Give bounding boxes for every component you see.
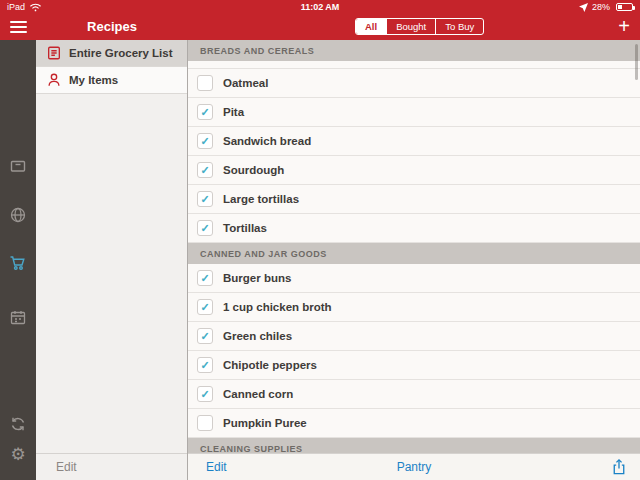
- segment-all[interactable]: All: [356, 19, 386, 34]
- item-label: 1 cup chicken broth: [223, 301, 332, 313]
- app-window: iPad 11:02 AM 28% Recipes AllBoughtTo Bu…: [0, 0, 640, 480]
- item-checkbox[interactable]: ✓: [197, 299, 213, 315]
- item-checkbox[interactable]: ✓: [197, 220, 213, 236]
- list-item[interactable]: ✓Burger buns: [188, 264, 640, 293]
- person-icon: [46, 72, 62, 88]
- item-checkbox[interactable]: [197, 415, 213, 431]
- section-header: BREADS AND CEREALS: [188, 40, 640, 61]
- globe-icon[interactable]: [9, 206, 27, 224]
- item-checkbox[interactable]: ✓: [197, 357, 213, 373]
- location-arrow-icon: [579, 3, 588, 12]
- battery-percent: 28%: [592, 2, 610, 12]
- scrollbar-thumb[interactable]: [635, 44, 638, 80]
- list-item[interactable]: ✓Green chiles: [188, 322, 640, 351]
- list-icon: [46, 45, 62, 61]
- list-item[interactable]: ✓Sourdough: [188, 156, 640, 185]
- grocery-list: BREADS AND CEREALSOatmeal✓Pita✓Sandwich …: [188, 40, 640, 459]
- item-label: Sandwich bread: [223, 135, 311, 147]
- edit-button[interactable]: Edit: [206, 460, 227, 474]
- device-label: iPad: [7, 2, 25, 12]
- left-panel-item-label: My Items: [69, 74, 118, 86]
- item-checkbox[interactable]: ✓: [197, 104, 213, 120]
- left-panel: Entire Grocery ListMy Items Edit: [36, 40, 188, 480]
- item-label: Burger buns: [223, 272, 291, 284]
- share-button[interactable]: [610, 458, 628, 476]
- segmented-control: AllBoughtTo Buy: [355, 18, 484, 35]
- panel-edit-button[interactable]: Edit: [56, 460, 77, 474]
- left-panel-item-label: Entire Grocery List: [69, 47, 173, 59]
- cart-icon[interactable]: [9, 254, 27, 272]
- item-label: Pumpkin Puree: [223, 417, 307, 429]
- page-title: Recipes: [87, 14, 137, 40]
- status-bar: iPad 11:02 AM 28%: [0, 0, 640, 14]
- item-checkbox[interactable]: ✓: [197, 270, 213, 286]
- clock: 11:02 AM: [301, 2, 340, 12]
- item-checkbox[interactable]: ✓: [197, 133, 213, 149]
- recipe-box-icon[interactable]: [9, 157, 27, 175]
- item-label: Tortillas: [223, 222, 267, 234]
- item-label: Oatmeal: [223, 77, 268, 89]
- pantry-button[interactable]: Pantry: [397, 460, 432, 474]
- list-item[interactable]: ✓Sandwich bread: [188, 127, 640, 156]
- list-item[interactable]: Oatmeal: [188, 69, 640, 98]
- content-area: ⚙ Entire Grocery ListMy Items Edit BREAD…: [0, 40, 640, 480]
- list-item[interactable]: ✓Chipotle peppers: [188, 351, 640, 380]
- list-item[interactable]: Pumpkin Puree: [188, 409, 640, 438]
- item-checkbox[interactable]: ✓: [197, 162, 213, 178]
- panel-footer: Edit: [36, 453, 187, 480]
- list-item[interactable]: ✓Canned corn: [188, 380, 640, 409]
- item-label: Sourdough: [223, 164, 284, 176]
- left-panel-list: Entire Grocery ListMy Items: [36, 40, 187, 94]
- item-label: Large tortillas: [223, 193, 299, 205]
- main-panel: BREADS AND CEREALSOatmeal✓Pita✓Sandwich …: [188, 40, 640, 480]
- list-item[interactable]: ✓1 cup chicken broth: [188, 293, 640, 322]
- menu-icon[interactable]: [10, 21, 27, 33]
- section-header: CANNED AND JAR GOODS: [188, 243, 640, 264]
- add-button[interactable]: +: [618, 14, 630, 39]
- item-checkbox[interactable]: ✓: [197, 386, 213, 402]
- calendar-icon[interactable]: [9, 309, 27, 327]
- list-item[interactable]: ✓Pita: [188, 98, 640, 127]
- sync-icon[interactable]: [9, 415, 27, 433]
- item-checkbox[interactable]: ✓: [197, 191, 213, 207]
- battery-icon: [616, 3, 633, 11]
- item-checkbox[interactable]: ✓: [197, 328, 213, 344]
- item-label: Chipotle peppers: [223, 359, 317, 371]
- item-label: Pita: [223, 106, 244, 118]
- wifi-icon: [29, 2, 42, 12]
- left-panel-item[interactable]: My Items: [36, 67, 187, 94]
- item-checkbox[interactable]: [197, 75, 213, 91]
- nav-bar: Recipes AllBoughtTo Buy +: [0, 14, 640, 40]
- item-label: Canned corn: [223, 388, 293, 400]
- list-item[interactable]: ✓Large tortillas: [188, 185, 640, 214]
- segment-to-buy[interactable]: To Buy: [435, 19, 483, 34]
- segment-bought[interactable]: Bought: [386, 19, 435, 34]
- left-panel-item[interactable]: Entire Grocery List: [36, 40, 187, 67]
- bottom-toolbar: Edit Pantry: [188, 453, 640, 480]
- list-item[interactable]: ✓Tortillas: [188, 214, 640, 243]
- item-label: Green chiles: [223, 330, 292, 342]
- partial-list-item: [188, 61, 640, 69]
- icon-rail: ⚙: [0, 40, 36, 480]
- gear-icon[interactable]: ⚙: [10, 446, 25, 463]
